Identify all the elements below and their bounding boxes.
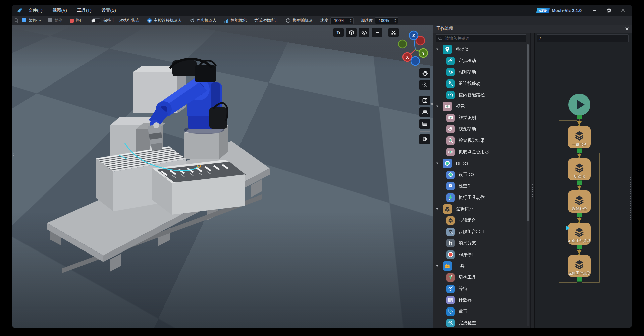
chevron-down-icon[interactable]: ▼ [436, 264, 439, 268]
speed-value[interactable]: 100% [331, 18, 348, 24]
table-lines-button[interactable] [419, 119, 430, 129]
acceleration-spinner[interactable]: 100% ▲▼ [375, 17, 398, 24]
panel-collapse-icon[interactable] [430, 103, 433, 105]
tree-item[interactable]: 消息分支 [433, 237, 526, 249]
di-badge-icon: DI [446, 182, 455, 190]
visibility-eye-button[interactable] [359, 28, 369, 37]
connector-exit-port[interactable] [577, 277, 582, 282]
minimize-button[interactable] [589, 6, 600, 15]
tree-item[interactable]: 执行工具动作 [433, 192, 526, 203]
toggle-off-icon[interactable] [91, 18, 101, 23]
workflow-node[interactable]: 初始化 [568, 158, 591, 180]
search-input[interactable] [444, 36, 524, 41]
restore-button[interactable] [603, 6, 614, 15]
tree-item[interactable]: 抓取点是否用尽 [433, 146, 526, 158]
tree-item[interactable]: 步骤组合出口 [433, 226, 526, 237]
master-control-robot-button[interactable]: 主控连接机器人 [147, 18, 182, 23]
tree-item[interactable]: ▼移动类 [433, 44, 526, 55]
tree-item[interactable]: 1234计数器 [433, 294, 526, 306]
model-editor-button[interactable]: 模型编辑器 [286, 18, 313, 23]
search-box[interactable] [436, 34, 526, 42]
accel-down-icon[interactable]: ▼ [393, 21, 398, 24]
tree-item[interactable]: 检查视觉结果 [433, 135, 526, 146]
tree-item[interactable]: ▼工具 [433, 260, 526, 272]
tree-item[interactable]: 筐内智能路径 [433, 89, 526, 101]
tree-item[interactable]: 重置 [433, 306, 526, 317]
workflow-canvas[interactable]: / 一键启动初始化温漂补偿右侧工件抓取左侧工件抓取 [534, 33, 632, 328]
zoom-in-button[interactable] [419, 80, 430, 90]
speed-up-icon[interactable]: ▲ [348, 18, 353, 21]
tree-item[interactable]: 定点移动 [433, 55, 526, 66]
tree-item[interactable]: 完成检查 [433, 317, 526, 328]
pause-secondary-button[interactable]: 暂停 [48, 18, 62, 23]
sync-robot-button[interactable]: 同步机器人 [190, 18, 217, 23]
tree-item[interactable]: 设置DO [433, 169, 526, 180]
tree-item[interactable]: 切换工具 [433, 272, 526, 283]
connector-exit-port[interactable] [577, 245, 582, 249]
library-scrollbar[interactable] [527, 44, 529, 326]
bounding-box-button[interactable] [346, 28, 357, 37]
acceleration-value[interactable]: 100% [375, 18, 393, 24]
axis-gizmo[interactable]: Z Y X [394, 27, 433, 68]
connector-exit-port[interactable] [577, 115, 582, 119]
workflow-run-button[interactable] [568, 94, 590, 116]
tree-item[interactable]: 相对移动 [433, 66, 526, 78]
pause-button[interactable]: 暂停▾ [22, 18, 41, 23]
connector-exit-port[interactable] [577, 180, 582, 185]
chevron-down-icon[interactable]: ▼ [436, 105, 439, 108]
list-view-button[interactable] [372, 28, 382, 37]
toolbar-drag-handle[interactable] [15, 18, 17, 23]
svg-text:DI: DI [449, 185, 451, 187]
viewport-collapse-left-icon[interactable]: › [13, 151, 15, 158]
speed-down-icon[interactable]: ▼ [348, 21, 353, 24]
keep-last-state-toggle[interactable]: 保持上一次执行状态 [91, 18, 140, 23]
workflow-node[interactable]: 温漂补偿 [568, 190, 591, 213]
menu-settings[interactable]: 设置(S) [102, 7, 116, 13]
pause-dropdown-caret[interactable]: ▾ [39, 19, 41, 22]
connector-exit-port[interactable] [577, 213, 582, 217]
workflow-node[interactable]: 右侧工件抓取 [568, 223, 591, 245]
viewport-3d[interactable]: Tr [12, 25, 433, 328]
attempt-count-stats-button[interactable]: 尝试次数统计 [254, 18, 278, 23]
workflow-graph[interactable]: 一键启动初始化温漂补偿右侧工件抓取左侧工件抓取 [535, 33, 632, 328]
stop-button[interactable]: 停止 [70, 18, 84, 23]
tree-item[interactable]: ▼DI DO [433, 158, 526, 169]
chevron-down-icon[interactable]: ▼ [436, 162, 439, 165]
step-tree: ▼移动类定点移动相对移动沿连线移动筐内智能路径▼视觉视觉识别视觉移动检查视觉结果… [433, 44, 526, 328]
canvas-scrollbar[interactable] [630, 177, 631, 221]
tree-item[interactable]: DI检查DI [433, 180, 526, 192]
tree-item[interactable]: ▼逻辑拓扑 [433, 203, 526, 215]
fit-view-button[interactable] [419, 96, 430, 105]
tree-item[interactable]: ▼视觉 [433, 101, 526, 112]
tree-item[interactable]: 沿连线移动 [433, 78, 526, 89]
splitter-handle-icon[interactable] [532, 184, 533, 197]
tree-item[interactable]: 步骤组合 [433, 215, 526, 226]
speed-spinner[interactable]: 100% ▲▼ [330, 17, 354, 24]
gizmo-y-neg[interactable] [398, 40, 407, 48]
close-button[interactable] [617, 6, 629, 15]
panel-splitter[interactable] [530, 33, 534, 328]
ground-grid-button[interactable] [419, 107, 430, 117]
tree-item[interactable]: 视觉识别 [433, 112, 526, 123]
chevron-down-icon[interactable]: ▼ [436, 48, 439, 51]
menu-tools[interactable]: 工具(T) [77, 7, 92, 13]
gizmo-z-neg[interactable] [411, 57, 420, 65]
accel-up-icon[interactable]: ▲ [393, 18, 398, 21]
workflow-node[interactable]: 一键启动 [568, 126, 591, 148]
tree-item-label: 筐内智能路径 [459, 92, 485, 98]
chevron-down-icon[interactable]: ▼ [436, 207, 439, 211]
panel-close-button[interactable] [625, 26, 629, 31]
menu-view[interactable]: 视图(V) [53, 7, 67, 13]
tree-item[interactable]: 等待 [433, 283, 526, 294]
tree-item[interactable]: 程序停止 [433, 249, 526, 260]
performance-optimization-button[interactable]: 性能优化 [224, 18, 247, 23]
svg-text:3: 3 [449, 300, 450, 302]
workflow-node[interactable]: 左侧工件抓取 [568, 255, 591, 277]
tree-item[interactable]: 视觉移动 [433, 123, 526, 135]
globe-view-button[interactable] [419, 134, 430, 144]
pan-hand-button[interactable] [419, 68, 430, 78]
text-labels-button[interactable]: Tr [333, 28, 344, 37]
connector-exit-port[interactable] [577, 148, 582, 153]
tree-item-label: 程序停止 [459, 251, 476, 258]
menu-file[interactable]: 文件(F) [28, 7, 43, 13]
